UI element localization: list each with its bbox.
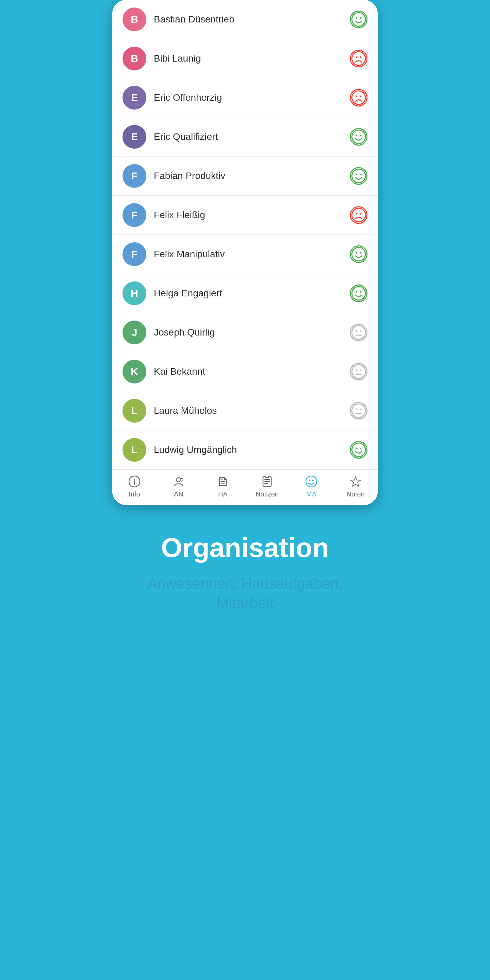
list-item[interactable]: F Felix Manipulativ [112,235,378,274]
people-list: B Bastian Düsentrieb B Bibi Launig E Eri… [112,0,378,469]
svg-point-11 [360,135,362,137]
list-item[interactable]: L Laura Mühelos [112,391,378,430]
person-name: Felix Manipulativ [154,249,350,259]
svg-point-41 [134,479,135,480]
mood-icon [350,206,368,224]
avatar: L [123,438,146,462]
svg-point-38 [360,448,362,450]
svg-point-19 [356,252,358,254]
mood-icon [350,128,368,146]
svg-point-24 [352,326,366,339]
avatar: H [123,282,146,305]
list-item[interactable]: E Eric Qualifiziert [112,118,378,156]
bottom-section: Organisation Anwesenheit, Hausaufgaben,M… [0,505,490,646]
org-title: Organisation [161,532,329,563]
svg-point-1 [356,18,358,19]
phone-frame: B Bastian Düsentrieb B Bibi Launig E Eri… [112,0,378,505]
person-name: Laura Mühelos [154,405,350,416]
tab-notizen[interactable]: Notizen [245,475,289,498]
svg-point-34 [360,409,362,410]
list-item[interactable]: L Ludwig Umgänglich [112,430,378,469]
mood-icon [350,11,368,28]
svg-point-53 [309,480,310,481]
avatar: J [123,321,146,344]
svg-point-18 [352,247,366,261]
mood-icon [350,324,368,341]
svg-point-8 [360,95,362,97]
svg-point-22 [356,291,358,293]
mood-icon [350,285,368,302]
list-item[interactable]: B Bastian Düsentrieb [112,0,378,39]
svg-point-3 [352,52,366,65]
svg-point-16 [356,213,358,215]
svg-point-33 [356,409,358,410]
list-item[interactable]: K Kai Bekannt [112,352,378,391]
mood-icon [350,363,368,380]
mood-icon [350,441,368,459]
person-name: Fabian Produktiv [154,170,350,181]
svg-point-13 [356,174,358,176]
svg-point-32 [352,404,366,417]
tab-bar: Info AN HA Notizen MA Noten [112,469,378,505]
svg-point-52 [306,476,317,487]
svg-point-10 [356,135,358,137]
svg-point-12 [352,169,366,183]
avatar: L [123,399,146,423]
avatar: F [123,242,146,266]
svg-point-30 [360,369,362,371]
mood-icon [350,245,368,263]
svg-point-36 [352,443,366,457]
svg-point-17 [360,213,362,215]
mood-icon [350,402,368,420]
svg-point-15 [352,208,366,222]
an-tab-label: AN [174,490,183,498]
avatar: E [123,86,146,110]
mood-icon [350,50,368,67]
svg-point-7 [356,95,358,97]
svg-point-20 [360,252,362,254]
person-name: Helga Engagiert [154,288,350,299]
ma-tab-icon [305,475,318,488]
tab-noten[interactable]: Noten [334,475,378,498]
ma-tab-label: MA [306,490,317,498]
tab-ma[interactable]: MA [289,475,334,498]
person-name: Bibi Launig [154,53,350,64]
list-item[interactable]: H Helga Engagiert [112,274,378,313]
noten-tab-icon [349,475,363,488]
ha-tab-label: HA [218,490,228,498]
tab-ha[interactable]: HA [201,475,245,498]
svg-point-6 [352,91,366,105]
svg-point-29 [356,369,358,371]
list-item[interactable]: J Joseph Quirlig [112,313,378,352]
svg-point-2 [360,18,362,19]
notizen-tab-icon [260,475,274,488]
avatar: F [123,164,146,188]
notizen-tab-label: Notizen [256,490,279,498]
tab-info[interactable]: Info [112,475,156,498]
svg-point-54 [312,480,314,481]
person-name: Felix Fleißig [154,210,350,221]
ha-tab-icon [216,475,230,488]
svg-point-5 [360,56,362,58]
list-item[interactable]: E Eric Offenherzig [112,78,378,118]
svg-point-21 [352,286,366,300]
info-tab-icon [127,475,141,488]
tab-an[interactable]: AN [156,475,201,498]
list-item[interactable]: F Fabian Produktiv [112,156,378,196]
svg-point-14 [360,174,362,176]
avatar: B [123,8,146,31]
svg-point-23 [360,291,362,293]
list-item[interactable]: F Felix Fleißig [112,196,378,235]
svg-point-26 [360,331,362,332]
info-tab-label: Info [129,490,140,498]
noten-tab-label: Noten [347,490,364,498]
list-item[interactable]: B Bibi Launig [112,39,378,78]
svg-point-28 [352,365,366,379]
svg-point-9 [352,130,366,143]
mood-icon [350,89,368,107]
person-name: Joseph Quirlig [154,327,350,338]
person-name: Eric Qualifiziert [154,131,350,142]
person-name: Kai Bekannt [154,366,350,377]
person-name: Eric Offenherzig [154,92,350,103]
svg-point-25 [356,331,358,332]
